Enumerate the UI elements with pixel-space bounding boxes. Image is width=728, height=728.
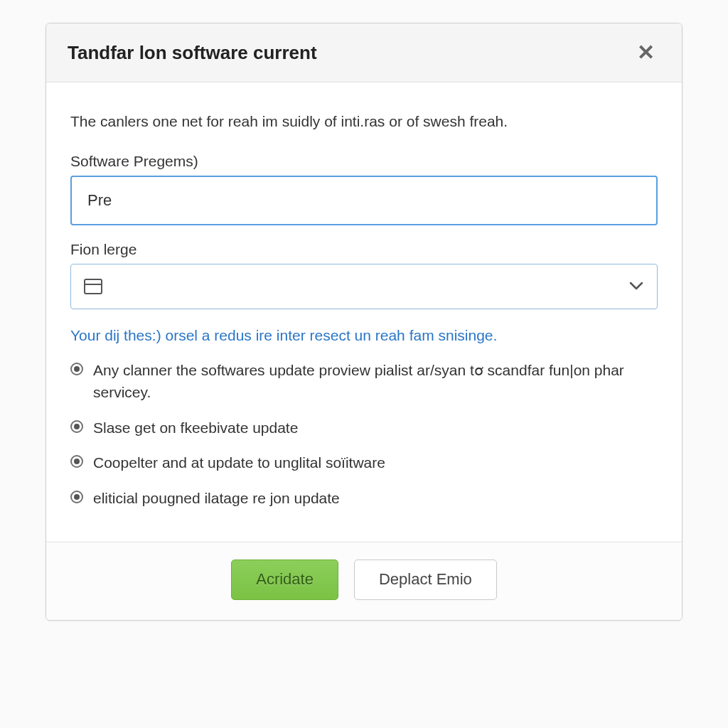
fion-select[interactable] [70, 264, 658, 309]
software-label: Software Pregems) [70, 153, 658, 170]
close-icon[interactable]: ✕ [631, 39, 660, 66]
field-software: Software Pregems) [70, 153, 658, 225]
fion-select-wrap [70, 264, 658, 309]
option-label: Slase get on fkeebivate update [93, 417, 298, 439]
chevron-down-icon [629, 280, 643, 293]
option-item[interactable]: Any clanner the softwares update proview… [70, 359, 658, 404]
option-label: Coopelter and at update to unglital soïi… [93, 451, 385, 474]
option-label: Any clanner the softwares update proview… [93, 359, 658, 404]
option-item[interactable]: eliticial pougned ilatage re jon update [70, 487, 658, 510]
option-label: eliticial pougned ilatage re jon update [93, 487, 340, 510]
dialog-title: Tandfar lon software current [68, 42, 317, 64]
card-icon [84, 279, 102, 294]
dialog-footer: Acridate Deplact Emio [46, 542, 682, 619]
radio-icon [70, 491, 83, 503]
field-fion: Fion lerge [70, 241, 658, 309]
options-list: Any clanner the softwares update proview… [70, 359, 658, 510]
option-item[interactable]: Slase get on fkeebivate update [70, 417, 658, 439]
option-item[interactable]: Coopelter and at update to unglital soïi… [70, 451, 658, 474]
dialog-description: The canlers one net for reah im suidly o… [70, 111, 658, 132]
software-dialog: Tandfar lon software current ✕ The canle… [46, 23, 682, 621]
radio-icon [70, 455, 83, 468]
dialog-header: Tandfar lon software current ✕ [46, 23, 682, 82]
dialog-body: The canlers one net for reah im suidly o… [46, 82, 682, 542]
radio-icon [70, 363, 83, 375]
fion-label: Fion lerge [70, 241, 658, 258]
software-input[interactable] [70, 176, 658, 225]
secondary-button[interactable]: Deplact Emio [354, 560, 497, 599]
radio-icon [70, 420, 83, 433]
help-text: Your dij thes:) orsel a redus ire inter … [70, 325, 658, 346]
primary-button[interactable]: Acridate [231, 560, 338, 599]
svg-rect-0 [85, 279, 102, 294]
